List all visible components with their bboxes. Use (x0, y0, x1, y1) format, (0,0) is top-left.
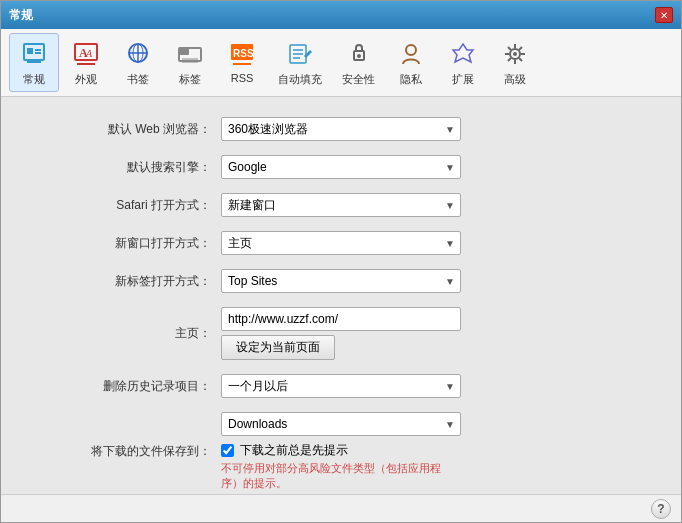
safari-open-row: Safari 打开方式： 新建窗口 新标签页 ▼ (21, 193, 661, 217)
tab-autofill[interactable]: 自动填充 (269, 33, 331, 92)
tab-security-label: 安全性 (342, 72, 375, 87)
tab-privacy[interactable]: 隐私 (386, 33, 436, 92)
rss-icon: RSS (226, 38, 258, 70)
delete-history-row: 删除历史记录项目： 一个月以后 一周以后 一天以后 手动 退出时 ▼ (21, 374, 661, 398)
default-search-select-wrapper: Google 百度 Bing Yahoo ▼ (221, 155, 461, 179)
window-controls: ✕ (655, 7, 673, 23)
tab-extensions-label: 扩展 (452, 72, 474, 87)
delete-history-select[interactable]: 一个月以后 一周以后 一天以后 手动 退出时 (221, 374, 461, 398)
save-download-control: Downloads 桌面 文稿 其他... ▼ 下载之前总是先提示 不可停用对部… (221, 412, 661, 492)
bookmark-icon (122, 38, 154, 70)
new-tab-label: 新标签打开方式： (21, 273, 221, 290)
new-tab-select-wrapper: Top Sites 主页 空页 收藏夹 ▼ (221, 269, 461, 293)
tab-general-label: 常规 (23, 72, 45, 87)
save-download-select-wrapper: Downloads 桌面 文稿 其他... ▼ (221, 412, 461, 436)
homepage-row: 主页： 设定为当前页面 (21, 307, 661, 360)
title-bar: 常规 ✕ (1, 1, 681, 29)
tab-appearance-label: 外观 (75, 72, 97, 87)
save-download-label: 将下载的文件保存到： (21, 443, 221, 460)
window-title: 常规 (9, 7, 33, 24)
svg-line-37 (508, 58, 511, 61)
content-area: 默认 Web 浏览器： 360极速浏览器 Safari Chrome Firef… (1, 97, 681, 494)
tab-appearance[interactable]: A A 外观 (61, 33, 111, 92)
tab-autofill-label: 自动填充 (278, 72, 322, 87)
svg-text:RSS: RSS (233, 48, 254, 59)
new-window-row: 新窗口打开方式： 主页 空页 收藏夹 ▼ (21, 231, 661, 255)
tab-rss-label: RSS (231, 72, 254, 84)
safari-open-control: 新建窗口 新标签页 ▼ (221, 193, 661, 217)
default-browser-select-wrapper: 360极速浏览器 Safari Chrome Firefox ▼ (221, 117, 461, 141)
svg-line-35 (519, 58, 522, 61)
autofill-icon (284, 38, 316, 70)
default-browser-row: 默认 Web 浏览器： 360极速浏览器 Safari Chrome Firef… (21, 117, 661, 141)
help-button[interactable]: ? (651, 499, 671, 519)
delete-history-label: 删除历史记录项目： (21, 378, 221, 395)
status-bar: ? (1, 494, 681, 522)
tab-bookmark[interactable]: 书签 (113, 33, 163, 92)
svg-point-25 (357, 54, 361, 58)
default-search-select[interactable]: Google 百度 Bing Yahoo (221, 155, 461, 179)
save-download-select[interactable]: Downloads 桌面 文稿 其他... (221, 412, 461, 436)
default-search-control: Google 百度 Bing Yahoo ▼ (221, 155, 661, 179)
default-browser-label: 默认 Web 浏览器： (21, 121, 221, 138)
close-button[interactable]: ✕ (655, 7, 673, 23)
always-prompt-row: 下载之前总是先提示 (221, 442, 661, 459)
privacy-icon (395, 38, 427, 70)
save-download-row: 将下载的文件保存到： Downloads 桌面 文稿 其他... ▼ 下载之前总… (21, 412, 661, 492)
svg-rect-1 (27, 48, 33, 54)
default-search-label: 默认搜索引擎： (21, 159, 221, 176)
appearance-icon: A A (70, 38, 102, 70)
homepage-control: 设定为当前页面 (221, 307, 661, 360)
new-window-control: 主页 空页 收藏夹 ▼ (221, 231, 661, 255)
tab-general[interactable]: 常规 (9, 33, 59, 92)
homepage-label: 主页： (21, 325, 221, 342)
hint-text: 不可停用对部分高风险文件类型（包括应用程序）的提示。 (221, 461, 441, 492)
svg-marker-27 (453, 44, 473, 62)
advanced-icon (499, 38, 531, 70)
always-prompt-label: 下载之前总是先提示 (240, 442, 348, 459)
tabs-icon (174, 38, 206, 70)
svg-point-29 (513, 52, 517, 56)
always-prompt-checkbox[interactable] (221, 444, 234, 457)
svg-text:A: A (85, 48, 93, 59)
svg-line-36 (519, 47, 522, 50)
delete-history-control: 一个月以后 一周以后 一天以后 手动 退出时 ▼ (221, 374, 661, 398)
tab-rss[interactable]: RSS RSS (217, 33, 267, 92)
tab-security[interactable]: 安全性 (333, 33, 384, 92)
tab-tabs[interactable]: 标签 (165, 33, 215, 92)
new-window-select[interactable]: 主页 空页 收藏夹 (221, 231, 461, 255)
tab-advanced[interactable]: 高级 (490, 33, 540, 92)
security-icon (343, 38, 375, 70)
extensions-icon (447, 38, 479, 70)
default-browser-control: 360极速浏览器 Safari Chrome Firefox ▼ (221, 117, 661, 141)
new-tab-select[interactable]: Top Sites 主页 空页 收藏夹 (221, 269, 461, 293)
svg-line-34 (508, 47, 511, 50)
new-window-select-wrapper: 主页 空页 收藏夹 ▼ (221, 231, 461, 255)
tab-tabs-label: 标签 (179, 72, 201, 87)
main-window: 常规 ✕ 常规 A (0, 0, 682, 523)
default-browser-select[interactable]: 360极速浏览器 Safari Chrome Firefox (221, 117, 461, 141)
svg-rect-13 (179, 48, 189, 55)
tab-bookmark-label: 书签 (127, 72, 149, 87)
toolbar: 常规 A A 外观 (1, 29, 681, 97)
new-tab-control: Top Sites 主页 空页 收藏夹 ▼ (221, 269, 661, 293)
new-tab-row: 新标签打开方式： Top Sites 主页 空页 收藏夹 ▼ (21, 269, 661, 293)
safari-open-select[interactable]: 新建窗口 新标签页 (221, 193, 461, 217)
set-current-button[interactable]: 设定为当前页面 (221, 335, 335, 360)
safari-open-label: Safari 打开方式： (21, 197, 221, 214)
tab-privacy-label: 隐私 (400, 72, 422, 87)
homepage-input[interactable] (221, 307, 461, 331)
tab-advanced-label: 高级 (504, 72, 526, 87)
safari-open-select-wrapper: 新建窗口 新标签页 ▼ (221, 193, 461, 217)
general-icon (18, 38, 50, 70)
tab-extensions[interactable]: 扩展 (438, 33, 488, 92)
delete-history-select-wrapper: 一个月以后 一周以后 一天以后 手动 退出时 ▼ (221, 374, 461, 398)
new-window-label: 新窗口打开方式： (21, 235, 221, 252)
svg-point-26 (406, 45, 416, 55)
default-search-row: 默认搜索引擎： Google 百度 Bing Yahoo ▼ (21, 155, 661, 179)
